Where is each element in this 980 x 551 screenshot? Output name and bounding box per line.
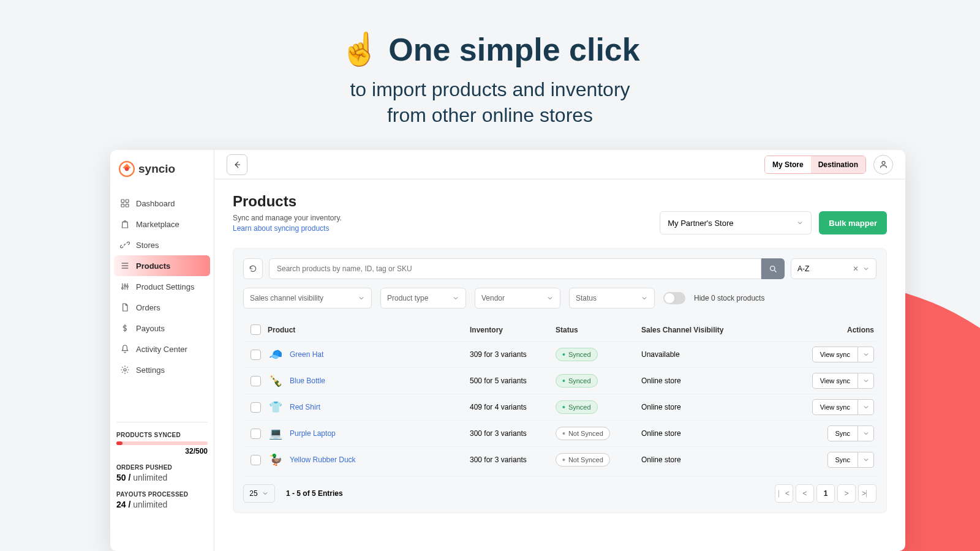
product-name-link[interactable]: Green Hat: [290, 350, 323, 359]
chevron-down-icon: [546, 294, 554, 302]
svg-rect-4: [121, 204, 124, 207]
action-dropdown[interactable]: [858, 373, 874, 389]
product-name-link[interactable]: Purple Laptop: [290, 429, 336, 438]
refresh-button[interactable]: [243, 258, 263, 279]
inventory-cell: 409 for 4 variants: [470, 403, 556, 411]
profile-button[interactable]: [873, 155, 893, 174]
product-type-filter[interactable]: Product type: [380, 288, 466, 309]
visibility-filter[interactable]: Sales channel visibility: [243, 288, 372, 309]
view-sync-button[interactable]: View sync: [812, 373, 858, 389]
product-thumbnail: 🍾: [268, 373, 284, 389]
bulk-mapper-button[interactable]: Bulk mapper: [819, 211, 887, 234]
user-icon: [879, 160, 888, 169]
destination-tab[interactable]: Destination: [811, 156, 865, 173]
col-inventory: Inventory: [470, 326, 556, 334]
page-prev[interactable]: <: [796, 484, 814, 503]
row-checkbox[interactable]: [251, 402, 261, 413]
svg-rect-2: [121, 200, 124, 203]
nav-list: DashboardMarketplaceStoresProductsProduc…: [110, 188, 214, 385]
table-row: 👕 Red Shirt 409 for 4 variants Synced On…: [243, 394, 876, 420]
bag-icon: [120, 219, 130, 229]
grid-icon: [120, 198, 130, 208]
chevron-down-icon: [862, 265, 870, 272]
view-sync-button[interactable]: View sync: [812, 399, 858, 415]
action-dropdown[interactable]: [858, 425, 874, 441]
nav-item-products[interactable]: Products: [114, 255, 210, 276]
sync-button[interactable]: Sync: [827, 425, 858, 441]
brand-logo: syncio: [110, 150, 214, 188]
table-row: 💻 Purple Laptop 300 for 3 variants Not S…: [243, 420, 876, 446]
product-name-link[interactable]: Yellow Rubber Duck: [290, 455, 356, 464]
product-name-link[interactable]: Red Shirt: [290, 403, 320, 411]
inventory-cell: 300 for 3 variants: [470, 455, 556, 464]
action-dropdown[interactable]: [858, 347, 874, 362]
back-button[interactable]: [227, 154, 247, 175]
nav-label: Product Settings: [136, 282, 194, 291]
learn-link[interactable]: Learn about syncing products: [233, 224, 329, 233]
page-last[interactable]: >⎸: [858, 484, 876, 503]
row-checkbox[interactable]: [251, 429, 261, 439]
my-store-tab[interactable]: My Store: [765, 156, 811, 173]
partner-store-select[interactable]: My Partner's Store: [660, 211, 812, 234]
page-subtitle: Sync and manage your inventory.: [233, 214, 342, 222]
col-visibility: Sales Channel Visibility: [641, 326, 773, 334]
orders-pushed-label: ORDERS PUSHED: [116, 464, 208, 471]
nav-item-stores[interactable]: Stores: [110, 234, 214, 255]
svg-point-10: [882, 162, 885, 165]
clear-sort-icon[interactable]: ✕: [853, 264, 859, 273]
nav-item-activity-center[interactable]: Activity Center: [110, 339, 214, 359]
list-icon: [120, 261, 130, 271]
nav-item-dashboard[interactable]: Dashboard: [110, 193, 214, 214]
sort-select[interactable]: A-Z ✕: [791, 258, 876, 279]
sync-button[interactable]: Sync: [827, 452, 858, 468]
nav-label: Marketplace: [136, 220, 179, 229]
inventory-cell: 300 for 3 variants: [470, 429, 556, 438]
search-input[interactable]: [269, 258, 761, 279]
pointing-up-emoji: ☝️: [340, 31, 380, 68]
svg-point-7: [124, 285, 126, 287]
row-checkbox[interactable]: [251, 350, 261, 360]
logo-icon: [119, 161, 135, 177]
nav-label: Payouts: [136, 324, 165, 333]
chevron-down-icon: [796, 219, 804, 227]
arrow-left-icon: [233, 160, 241, 169]
page-next[interactable]: >: [837, 484, 856, 503]
status-filter[interactable]: Status: [569, 288, 655, 309]
payouts-processed-value: 24 / unlimited: [116, 500, 208, 509]
product-thumbnail: 🧢: [268, 347, 284, 362]
nav-item-payouts[interactable]: Payouts: [110, 318, 214, 339]
nav-item-marketplace[interactable]: Marketplace: [110, 214, 214, 234]
page-title: Products: [233, 193, 342, 210]
status-badge: Synced: [556, 374, 598, 388]
products-synced-value: 32/500: [116, 447, 208, 455]
chevron-down-icon: [862, 456, 870, 463]
inventory-cell: 309 for 3 variants: [470, 350, 556, 359]
action-dropdown[interactable]: [858, 452, 874, 468]
row-checkbox[interactable]: [251, 455, 261, 465]
status-badge: Not Synced: [556, 453, 610, 467]
orders-pushed-value: 50 / unlimited: [116, 473, 208, 482]
vendor-filter[interactable]: Vendor: [475, 288, 560, 309]
chevron-down-icon: [862, 351, 870, 358]
nav-item-product-settings[interactable]: Product Settings: [110, 276, 214, 297]
view-sync-button[interactable]: View sync: [812, 347, 858, 362]
col-product: Product: [268, 326, 470, 334]
per-page-select[interactable]: 25: [243, 484, 275, 503]
product-thumbnail: 💻: [268, 425, 284, 441]
page-first[interactable]: ⎸<: [775, 484, 793, 503]
select-all-checkbox[interactable]: [251, 324, 261, 335]
main-area: My Store Destination Products Sync and m…: [214, 150, 905, 551]
action-dropdown[interactable]: [858, 399, 874, 415]
hide-zero-stock-toggle[interactable]: [663, 292, 685, 304]
status-badge: Synced: [556, 400, 598, 414]
nav-item-settings[interactable]: Settings: [110, 359, 214, 380]
row-checkbox[interactable]: [251, 376, 261, 386]
table-row: 🍾 Blue Bottle 500 for 5 variants Synced …: [243, 367, 876, 394]
product-name-link[interactable]: Blue Bottle: [290, 377, 325, 385]
visibility-cell: Unavailable: [641, 350, 773, 359]
search-button[interactable]: [761, 258, 785, 279]
nav-item-orders[interactable]: Orders: [110, 297, 214, 318]
page-current[interactable]: 1: [816, 484, 835, 503]
col-status: Status: [556, 326, 641, 334]
stats-panel: PRODUCTS SYNCED 32/500 ORDERS PUSHED 50 …: [116, 422, 208, 518]
